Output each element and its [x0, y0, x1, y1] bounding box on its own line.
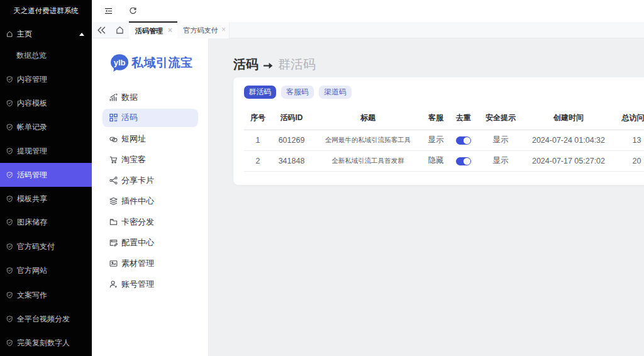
svg-text:ylb: ylb — [114, 58, 126, 67]
